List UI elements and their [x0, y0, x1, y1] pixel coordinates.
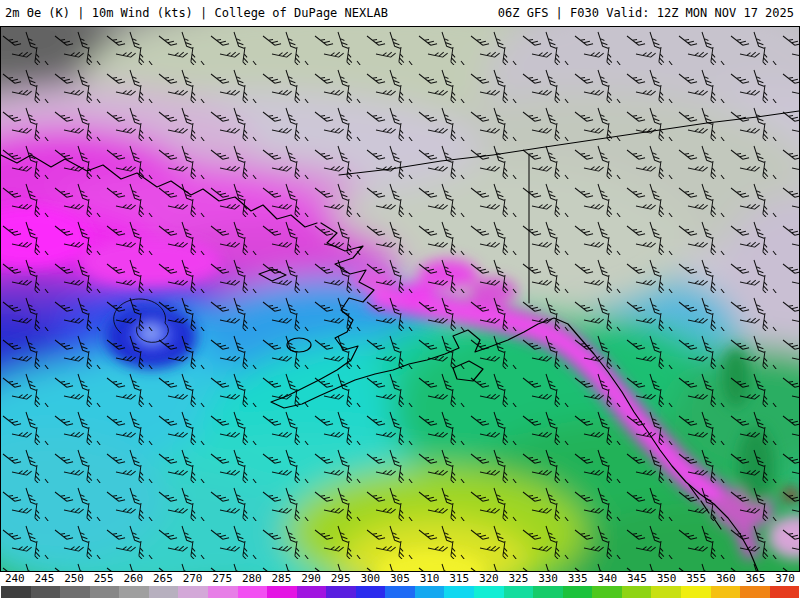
- title-bar: 2m Θe (K) | 10m Wind (kts) | College of …: [0, 0, 800, 26]
- colorbar-swatch: [31, 586, 61, 598]
- colorbar-tick: 280: [237, 572, 267, 586]
- colorbar-tick: 315: [444, 572, 474, 586]
- colorbar-tick: 330: [533, 572, 563, 586]
- colorbar-swatch: [119, 586, 149, 598]
- colorbar-tick: 265: [148, 572, 178, 586]
- colorbar-tick: 320: [474, 572, 504, 586]
- colorbar-tick: 295: [326, 572, 356, 586]
- colorbar-tick: 245: [30, 572, 60, 586]
- colorbar-tick: 360: [711, 572, 741, 586]
- colorbar-tick: 260: [119, 572, 149, 586]
- colorbar-swatch: [1, 586, 31, 598]
- colorbar-tick: 250: [59, 572, 89, 586]
- colorbar-swatch: [592, 586, 622, 598]
- colorbar-swatches: [1, 586, 799, 598]
- colorbar: 2402452502552602652702752802852902953003…: [0, 572, 800, 600]
- weather-product-frame: 2m Θe (K) | 10m Wind (kts) | College of …: [0, 0, 800, 600]
- colorbar-swatch: [415, 586, 445, 598]
- colorbar-tick: 370: [770, 572, 800, 586]
- model-run-valid-time: 06Z GFS | F030 Valid: 12Z MON NOV 17 202…: [498, 6, 794, 20]
- weather-map-svg: [1, 27, 799, 571]
- colorbar-tick: 310: [415, 572, 445, 586]
- colorbar-swatch: [711, 586, 741, 598]
- colorbar-tick: 270: [178, 572, 208, 586]
- colorbar-swatch: [149, 586, 179, 598]
- colorbar-swatch: [267, 586, 297, 598]
- colorbar-swatch: [326, 586, 356, 598]
- product-title: 2m Θe (K) | 10m Wind (kts) | College of …: [5, 6, 388, 20]
- colorbar-swatch: [563, 586, 593, 598]
- colorbar-swatch: [60, 586, 90, 598]
- colorbar-swatch: [770, 586, 800, 598]
- colorbar-swatch: [444, 586, 474, 598]
- colorbar-swatch: [740, 586, 770, 598]
- colorbar-tick: 355: [681, 572, 711, 586]
- map-area: [0, 26, 800, 572]
- colorbar-tick: 285: [267, 572, 297, 586]
- colorbar-swatch: [297, 586, 327, 598]
- colorbar-tick: 340: [593, 572, 623, 586]
- colorbar-swatch: [90, 586, 120, 598]
- colorbar-tick: 335: [563, 572, 593, 586]
- colorbar-swatch: [356, 586, 386, 598]
- colorbar-swatch: [474, 586, 504, 598]
- colorbar-swatch: [504, 586, 534, 598]
- colorbar-tick: 290: [296, 572, 326, 586]
- colorbar-swatch: [622, 586, 652, 598]
- colorbar-swatch: [533, 586, 563, 598]
- colorbar-tick: 345: [622, 572, 652, 586]
- colorbar-swatch: [208, 586, 238, 598]
- colorbar-swatch: [238, 586, 268, 598]
- colorbar-tick: 305: [385, 572, 415, 586]
- colorbar-swatch: [681, 586, 711, 598]
- colorbar-tick: 300: [356, 572, 386, 586]
- colorbar-tick: 325: [504, 572, 534, 586]
- colorbar-tick: 365: [741, 572, 771, 586]
- colorbar-tick: 255: [89, 572, 119, 586]
- colorbar-tick: 350: [652, 572, 682, 586]
- colorbar-swatch: [178, 586, 208, 598]
- colorbar-ticks: 2402452502552602652702752802852902953003…: [0, 572, 800, 586]
- colorbar-tick: 240: [0, 572, 30, 586]
- colorbar-tick: 275: [207, 572, 237, 586]
- colorbar-swatch: [651, 586, 681, 598]
- wind-barb-layer: [1, 27, 799, 571]
- colorbar-swatch: [385, 586, 415, 598]
